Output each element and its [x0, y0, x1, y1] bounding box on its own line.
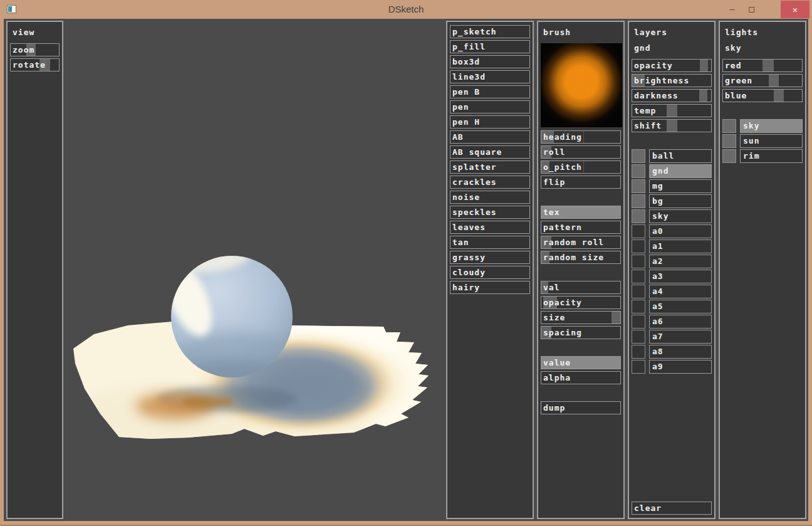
zoom-slider[interactable]: zoom [10, 43, 60, 56]
tool-pen[interactable]: pen [450, 100, 530, 113]
layer-visibility-checkbox[interactable] [632, 209, 645, 223]
layer-row: a8 [632, 345, 712, 359]
layer-darkness-slider[interactable]: darkness [632, 89, 712, 102]
light-enable-checkbox[interactable] [722, 134, 736, 148]
layer-visibility-checkbox[interactable] [632, 285, 645, 298]
client-area: view zoom rotate [4, 19, 808, 521]
layer-row: a0 [632, 224, 712, 238]
light-item-sun[interactable]: sun [740, 134, 803, 148]
light-item-rim[interactable]: rim [740, 149, 803, 163]
layer-visibility-checkbox[interactable] [632, 224, 645, 238]
brush-tex-toggle[interactable]: tex [541, 206, 621, 219]
layer-item-sky[interactable]: sky [649, 209, 712, 223]
layer-item-a9[interactable]: a9 [649, 360, 712, 374]
layer-item-ball[interactable]: ball [649, 149, 712, 163]
brush-spacing-slider[interactable]: spacing [541, 326, 621, 339]
layer-visibility-checkbox[interactable] [632, 239, 645, 253]
layer-visibility-checkbox[interactable] [632, 149, 645, 163]
layer-visibility-checkbox[interactable] [632, 315, 645, 329]
maximize-button[interactable]: □ [742, 0, 761, 18]
layer-visibility-checkbox[interactable] [632, 164, 645, 178]
layer-visibility-checkbox[interactable] [632, 179, 645, 193]
layer-row: a5 [632, 300, 712, 313]
tool-p_fill[interactable]: p_fill [450, 40, 530, 53]
tool-hairy[interactable]: hairy [450, 281, 530, 294]
layer-shift-slider[interactable]: shift [632, 119, 712, 132]
layer-item-a7[interactable]: a7 [649, 330, 712, 344]
brush-dump-button[interactable]: dump [541, 401, 621, 414]
tool-crackles[interactable]: crackles [450, 176, 530, 189]
brush-panel: brush heading roll o_pitch flip tex patt… [537, 21, 625, 519]
clear-layer-button[interactable]: clear [632, 502, 712, 515]
light-row: rim [722, 149, 803, 163]
layer-row: a1 [632, 239, 712, 253]
layer-visibility-checkbox[interactable] [632, 360, 645, 374]
brush-heading-slider[interactable]: heading [541, 130, 621, 144]
layer-item-a8[interactable]: a8 [649, 345, 712, 359]
layer-item-a2[interactable]: a2 [649, 255, 712, 268]
close-button[interactable]: ✕ [781, 1, 809, 18]
layer-visibility-checkbox[interactable] [632, 270, 645, 283]
layer-visibility-checkbox[interactable] [632, 345, 645, 359]
tool-ab[interactable]: AB [450, 130, 530, 144]
tool-splatter[interactable]: splatter [450, 160, 530, 174]
layer-visibility-checkbox[interactable] [632, 255, 645, 268]
brush-opacity-slider[interactable]: opacity [541, 296, 621, 309]
layer-item-a5[interactable]: a5 [649, 300, 712, 313]
tool-pen-b[interactable]: pen B [450, 85, 530, 98]
brush-random-size-slider[interactable]: random size [541, 251, 621, 264]
light-blue-slider[interactable]: blue [722, 89, 803, 102]
brush-alpha-toggle[interactable]: alpha [541, 371, 621, 384]
title-bar[interactable]: DSketch – □ ✕ [0, 0, 812, 19]
light-enable-checkbox[interactable] [722, 119, 736, 133]
tool-leaves[interactable]: leaves [450, 221, 530, 234]
layer-visibility-checkbox[interactable] [632, 300, 645, 313]
brush-size-slider[interactable]: size [541, 311, 621, 324]
zoom-slider-label: zoom [11, 44, 59, 56]
brush-random-roll-slider[interactable]: random roll [541, 236, 621, 249]
tool-ab-square[interactable]: AB square [450, 145, 530, 159]
brush-o-pitch-slider[interactable]: o_pitch [541, 160, 621, 174]
layer-temp-slider[interactable]: temp [632, 104, 712, 117]
layer-visibility-checkbox[interactable] [632, 330, 645, 344]
light-red-slider[interactable]: red [722, 59, 803, 72]
light-green-slider[interactable]: green [722, 74, 803, 87]
tool-speckles[interactable]: speckles [450, 206, 530, 219]
tool-grassy[interactable]: grassy [450, 251, 530, 264]
layer-item-a4[interactable]: a4 [649, 285, 712, 298]
tool-cloudy[interactable]: cloudy [450, 266, 530, 279]
light-row: sun [722, 134, 803, 148]
rotate-slider-label: rotate [11, 59, 59, 71]
tool-tan[interactable]: tan [450, 236, 530, 249]
layer-row: bg [632, 194, 712, 208]
tool-line3d[interactable]: line3d [450, 70, 530, 83]
layer-row: a9 [632, 360, 712, 374]
window-title: DSketch [0, 0, 812, 19]
layers-panel-title: layers [632, 25, 712, 43]
layer-row: a3 [632, 270, 712, 283]
layer-item-gnd[interactable]: gnd [649, 164, 712, 178]
layer-item-a3[interactable]: a3 [649, 270, 712, 283]
tool-p_sketch[interactable]: p_sketch [450, 25, 530, 38]
minimize-button[interactable]: – [722, 0, 742, 18]
light-enable-checkbox[interactable] [722, 149, 736, 163]
tool-pen-h[interactable]: pen H [450, 115, 530, 129]
layer-item-bg[interactable]: bg [649, 194, 712, 208]
light-item-sky[interactable]: sky [740, 119, 803, 133]
brush-val-slider[interactable]: val [541, 281, 621, 294]
layer-opacity-slider[interactable]: opacity [632, 59, 712, 72]
canvas-3d-view[interactable] [65, 21, 445, 519]
layer-item-a0[interactable]: a0 [649, 224, 712, 238]
rotate-slider[interactable]: rotate [10, 58, 60, 71]
brush-value-toggle[interactable]: value [541, 356, 621, 369]
layer-item-a1[interactable]: a1 [649, 239, 712, 253]
tool-noise[interactable]: noise [450, 191, 530, 204]
brush-flip-toggle[interactable]: flip [541, 176, 621, 189]
tool-box3d[interactable]: box3d [450, 55, 530, 68]
layer-item-mg[interactable]: mg [649, 179, 712, 193]
brush-pattern-toggle[interactable]: pattern [541, 221, 621, 234]
layer-item-a6[interactable]: a6 [649, 315, 712, 329]
layer-visibility-checkbox[interactable] [632, 194, 645, 208]
brush-roll-slider[interactable]: roll [541, 145, 621, 159]
layer-brightness-slider[interactable]: brightness [632, 74, 712, 87]
